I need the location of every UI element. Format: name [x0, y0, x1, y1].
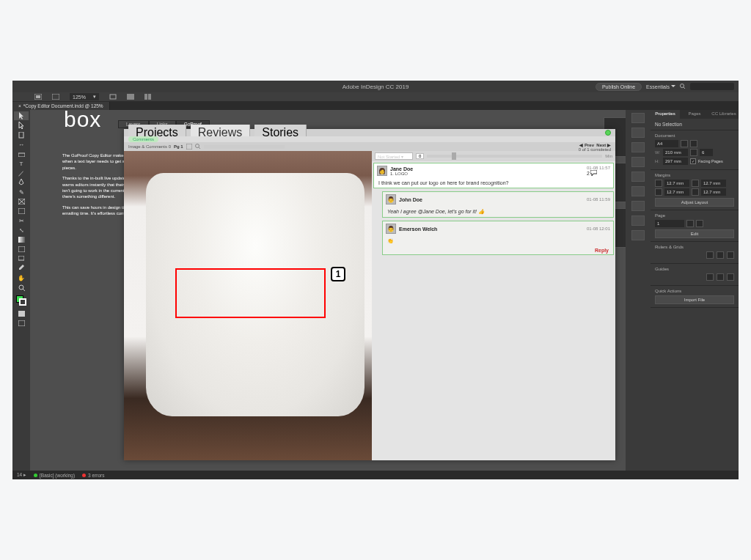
margin-left-field[interactable]: 12.7 mm	[701, 180, 726, 187]
scissors-tool[interactable]: ✂	[14, 216, 29, 225]
comment-reply-item[interactable]: 👨 John Doe 01-08 11:59 Yeah I agree @Jan…	[382, 191, 614, 218]
dock-panel-icon[interactable]	[631, 128, 645, 138]
gradient-swatch-tool[interactable]	[14, 235, 29, 244]
rectangle-tool[interactable]	[14, 207, 29, 215]
dock-panel-icon[interactable]	[631, 186, 645, 196]
svg-rect-3	[36, 95, 40, 98]
margin-bottom-field[interactable]: 12.7 mm	[664, 188, 689, 196]
snap-icon[interactable]	[727, 273, 734, 281]
dock-panel-icon[interactable]	[631, 172, 645, 182]
close-tab-icon[interactable]: ×	[18, 103, 21, 108]
document-canvas[interactable]: box The GoProof Copy Editor makes it kno…	[30, 110, 626, 471]
comment-reply-item[interactable]: 👨 Emerson Welch 01-08 12:01 👏 Reply	[382, 221, 614, 255]
page-tool[interactable]	[14, 130, 29, 139]
stock-icon[interactable]	[52, 93, 59, 100]
formatting-container-icon[interactable]	[14, 309, 29, 318]
preflight-errors[interactable]: 3 errors	[82, 473, 104, 478]
margin-right-field[interactable]: 12.7 mm	[701, 188, 726, 196]
tab-pages[interactable]: Pages	[680, 110, 709, 119]
reply-button[interactable]: Reply	[383, 246, 613, 254]
workspace-switcher[interactable]: Essentials	[646, 84, 675, 89]
edit-page-button[interactable]: Edit	[655, 229, 734, 238]
proof-image-viewer[interactable]: 1	[124, 151, 372, 460]
pen-tool[interactable]	[14, 178, 29, 187]
line-tool[interactable]: ／	[14, 169, 29, 177]
search-input[interactable]	[690, 83, 734, 90]
comments-pill[interactable]: Comments	[128, 136, 158, 142]
facing-pages-checkbox[interactable]: ✓	[690, 158, 696, 164]
dock-panel-icon[interactable]	[631, 157, 645, 167]
height-field[interactable]: 297 mm	[663, 158, 688, 165]
orientation-landscape-icon[interactable]	[690, 140, 697, 147]
thumbnail-size-icon[interactable]	[186, 144, 192, 150]
guides-icon[interactable]	[706, 273, 714, 281]
free-transform-tool[interactable]: ⤡	[14, 226, 29, 235]
page-nav-status[interactable]: 14 ▸	[17, 472, 26, 478]
next-button[interactable]: Next ▶	[596, 143, 611, 147]
annotation-marker-1[interactable]: 1	[331, 267, 345, 281]
gap-tool[interactable]: ↔	[14, 140, 29, 149]
facing-pages-label: Facing Pages	[698, 159, 723, 163]
selection-tool[interactable]	[14, 111, 29, 120]
zoom-icon[interactable]	[195, 144, 201, 150]
filter-slider[interactable]	[427, 155, 602, 158]
rulers-icon[interactable]	[706, 251, 714, 259]
zoom-level-dropdown[interactable]: 125%▾	[70, 93, 99, 100]
prev-button[interactable]: ◀ Prev	[579, 143, 594, 147]
page-nav-icon[interactable]	[686, 220, 694, 227]
goproof-breadcrumb: Comments	[124, 136, 615, 142]
preflight-status[interactable]: [Basic] (working)	[34, 473, 75, 478]
comments-filter-bar: Not Started ▾ 0 Min	[372, 151, 615, 161]
comment-item[interactable]: 👩 Jane Doe 1. LOGO 01-08 11:57 2	[373, 163, 614, 188]
view-mode-icon[interactable]	[14, 319, 29, 328]
stroke-color-icon[interactable]	[19, 298, 26, 306]
rectangle-frame-tool[interactable]	[14, 197, 29, 206]
eyedropper-tool[interactable]	[14, 264, 29, 273]
bridge-icon[interactable]	[34, 93, 42, 100]
type-tool[interactable]: T	[14, 159, 29, 168]
tab-cc-libraries[interactable]: CC Libraries	[709, 110, 739, 119]
hand-tool[interactable]: ✋	[14, 273, 29, 282]
svg-rect-16	[18, 246, 25, 252]
zoom-tool[interactable]	[14, 283, 29, 292]
page-number-field[interactable]: 1	[655, 220, 684, 227]
arrange-icon[interactable]	[144, 93, 152, 100]
gradient-feather-tool[interactable]	[14, 245, 29, 254]
dock-panel-icon[interactable]	[631, 113, 645, 123]
status-dot-icon	[605, 130, 611, 136]
comment-body: Yeah I agree @Jane Doe, let's go for it!…	[383, 207, 613, 217]
grid-icon[interactable]	[717, 251, 724, 259]
page-size-dropdown[interactable]: A4	[655, 140, 678, 147]
adjust-layout-button[interactable]: Adjust Layout	[655, 198, 734, 207]
publish-online-button[interactable]: Publish Online	[596, 83, 642, 91]
annotation-highlight[interactable]	[175, 268, 326, 318]
dock-panel-icon[interactable]	[631, 215, 645, 226]
view-options-icon[interactable]	[109, 93, 117, 100]
direct-selection-tool[interactable]	[14, 121, 29, 130]
document-tab[interactable]: × *Copy Editor Document.indd @ 125%	[12, 102, 110, 110]
smart-guides-icon[interactable]	[717, 273, 724, 281]
content-collector-tool[interactable]	[14, 150, 29, 158]
dock-panel-icon[interactable]	[631, 230, 645, 240]
dock-panel-icon[interactable]	[631, 201, 645, 211]
height-label: H:	[655, 159, 661, 163]
comments-panel: Not Started ▾ 0 Min 👩 Jane Doe 1	[372, 151, 615, 460]
page-grid-icon[interactable]	[696, 220, 703, 227]
fill-stroke-swatch[interactable]	[16, 295, 26, 306]
margin-top-field[interactable]: 12.7 mm	[664, 180, 689, 187]
zoom-slider[interactable]	[204, 145, 285, 149]
comment-body: I think we can put our logo on here for …	[374, 178, 613, 188]
orientation-portrait-icon[interactable]	[681, 140, 688, 147]
reply-count: 2	[587, 170, 610, 176]
pencil-tool[interactable]: ✎	[14, 188, 29, 196]
search-icon[interactable]	[680, 84, 686, 89]
note-tool[interactable]	[14, 254, 29, 263]
import-file-button[interactable]: Import File	[655, 295, 734, 304]
width-field[interactable]: 210 mm	[663, 149, 688, 156]
screen-mode-icon[interactable]	[127, 93, 134, 100]
pages-field[interactable]: 6	[700, 149, 713, 156]
tab-properties[interactable]: Properties	[651, 110, 680, 119]
status-filter-dropdown[interactable]: Not Started ▾	[375, 152, 413, 160]
dock-panel-icon[interactable]	[631, 142, 645, 152]
baseline-grid-icon[interactable]	[727, 251, 734, 259]
